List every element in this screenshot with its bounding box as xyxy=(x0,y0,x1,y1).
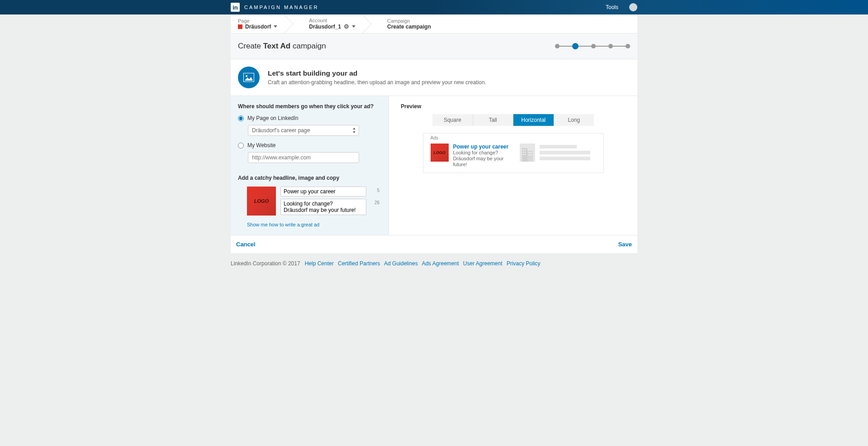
progress-steps xyxy=(555,43,630,49)
page-select-value: Dräusdorf's career page xyxy=(252,127,310,134)
svg-rect-12 xyxy=(529,154,530,155)
title-post: campaign xyxy=(290,42,326,50)
hero-sub: Craft an attention-grabbing headline, th… xyxy=(268,79,486,86)
help-center-link[interactable]: Help Center xyxy=(305,260,334,267)
svg-rect-8 xyxy=(523,154,524,155)
preview-panel: Preview Square Tall Horizontal Long Ads … xyxy=(389,96,637,235)
ad-preview-box: Ads LOGO Power up your career Looking fo… xyxy=(423,133,604,173)
radio-my-website-label: My Website xyxy=(247,142,275,149)
radio-my-website[interactable]: My Website xyxy=(238,142,381,149)
breadcrumb-page[interactable]: Page Dräusdorf xyxy=(238,18,291,30)
ads-label: Ads xyxy=(431,135,438,140)
page-select[interactable]: Dräusdorf's career page xyxy=(248,125,359,136)
breadcrumb-page-value: Dräusdorf xyxy=(245,24,271,30)
copy-textarea[interactable]: Looking for change? Dräusdorf may be you… xyxy=(280,199,366,215)
preview-placeholder-bars xyxy=(540,145,590,160)
radio-linkedin-page-input[interactable] xyxy=(238,115,244,121)
caret-down-icon xyxy=(352,25,356,28)
tab-tall[interactable]: Tall xyxy=(473,114,514,126)
write-ad-help-link[interactable]: Show me how to write a great ad xyxy=(247,222,319,227)
app-title: CAMPAIGN MANAGER xyxy=(244,5,319,10)
copy-char-count: 26 xyxy=(375,200,379,205)
title-bold: Text Ad xyxy=(263,42,290,50)
breadcrumb-account-value: Dräusdorf_1 xyxy=(309,24,341,30)
step-3 xyxy=(591,44,596,48)
hero-icon-circle xyxy=(238,67,260,88)
svg-rect-3 xyxy=(527,151,533,162)
svg-rect-9 xyxy=(525,154,526,155)
tab-horizontal[interactable]: Horizontal xyxy=(513,114,554,126)
breadcrumb-page-label: Page xyxy=(238,18,277,24)
breadcrumb-campaign: Campaign Create campaign xyxy=(387,18,449,30)
tools-link[interactable]: Tools xyxy=(606,4,618,10)
breadcrumb-campaign-label: Campaign xyxy=(387,18,431,24)
radio-my-website-input[interactable] xyxy=(238,143,244,149)
topbar: in CAMPAIGN MANAGER Tools xyxy=(0,0,868,14)
user-avatar[interactable] xyxy=(629,3,637,11)
headline-input[interactable] xyxy=(280,187,366,197)
preview-copy: Looking for change? Dräusdorf may be you… xyxy=(453,150,515,168)
page-title: Create Text Ad campaign xyxy=(238,42,326,51)
linkedin-logo-icon[interactable]: in xyxy=(231,3,240,12)
user-agreement-link[interactable]: User Agreement xyxy=(463,260,503,267)
svg-rect-7 xyxy=(525,152,526,153)
privacy-policy-link[interactable]: Privacy Policy xyxy=(507,260,541,267)
headline-char-count: 5 xyxy=(377,188,379,193)
breadcrumb-campaign-value: Create campaign xyxy=(387,24,431,30)
main-container: Page Dräusdorf Account Dräusdorf_1 ⚙ Cam… xyxy=(231,14,637,253)
destination-heading: Where should members go when they click … xyxy=(238,103,381,110)
svg-point-1 xyxy=(246,75,247,77)
title-row: Create Text Ad campaign xyxy=(231,34,637,59)
step-2 xyxy=(572,43,579,49)
image-icon xyxy=(243,73,254,82)
svg-rect-6 xyxy=(523,152,524,153)
radio-linkedin-page-label: My Page on LinkedIn xyxy=(247,115,299,121)
ad-image-upload[interactable]: LOGO xyxy=(247,187,276,216)
certified-partners-link[interactable]: Certified Partners xyxy=(338,260,380,267)
svg-rect-5 xyxy=(525,149,526,150)
page-color-icon xyxy=(238,24,242,29)
cancel-button[interactable]: Cancel xyxy=(236,241,256,248)
step-4 xyxy=(608,44,613,48)
form-panel: Where should members go when they click … xyxy=(231,96,389,235)
save-button[interactable]: Save xyxy=(618,241,632,248)
ads-agreement-link[interactable]: Ads Agreement xyxy=(422,260,459,267)
website-url-input[interactable] xyxy=(248,152,359,163)
preview-logo: LOGO xyxy=(431,144,449,162)
hero-heading: Let's start building your ad xyxy=(268,69,486,77)
headline-section-heading: Add a catchy headline, image and copy xyxy=(238,175,381,181)
svg-rect-11 xyxy=(531,152,531,153)
preview-heading: Preview xyxy=(401,103,626,110)
svg-rect-13 xyxy=(531,154,531,155)
building-icon xyxy=(520,144,535,162)
gear-icon[interactable]: ⚙ xyxy=(344,23,349,30)
svg-rect-10 xyxy=(529,152,530,153)
breadcrumb-account[interactable]: Account Dräusdorf_1 ⚙ xyxy=(309,18,369,30)
footer-links: LinkedIn Corporation © 2017 Help Center … xyxy=(231,260,637,267)
footer-bar: Cancel Save xyxy=(231,235,637,253)
title-pre: Create xyxy=(238,42,263,50)
breadcrumb: Page Dräusdorf Account Dräusdorf_1 ⚙ Cam… xyxy=(231,14,637,34)
preview-tabs: Square Tall Horizontal Long xyxy=(432,114,594,126)
tab-long[interactable]: Long xyxy=(554,114,594,126)
step-1 xyxy=(555,44,560,48)
tab-square[interactable]: Square xyxy=(432,114,473,126)
svg-rect-4 xyxy=(523,149,524,150)
preview-headline: Power up your career xyxy=(453,144,515,150)
breadcrumb-account-label: Account xyxy=(309,18,356,23)
copyright: LinkedIn Corporation © 2017 xyxy=(231,260,300,267)
ad-guidelines-link[interactable]: Ad Guidelines xyxy=(384,260,418,267)
caret-down-icon xyxy=(274,25,277,28)
radio-linkedin-page[interactable]: My Page on LinkedIn xyxy=(238,115,381,121)
step-5 xyxy=(626,44,630,48)
hero-row: Let's start building your ad Craft an at… xyxy=(231,59,637,96)
